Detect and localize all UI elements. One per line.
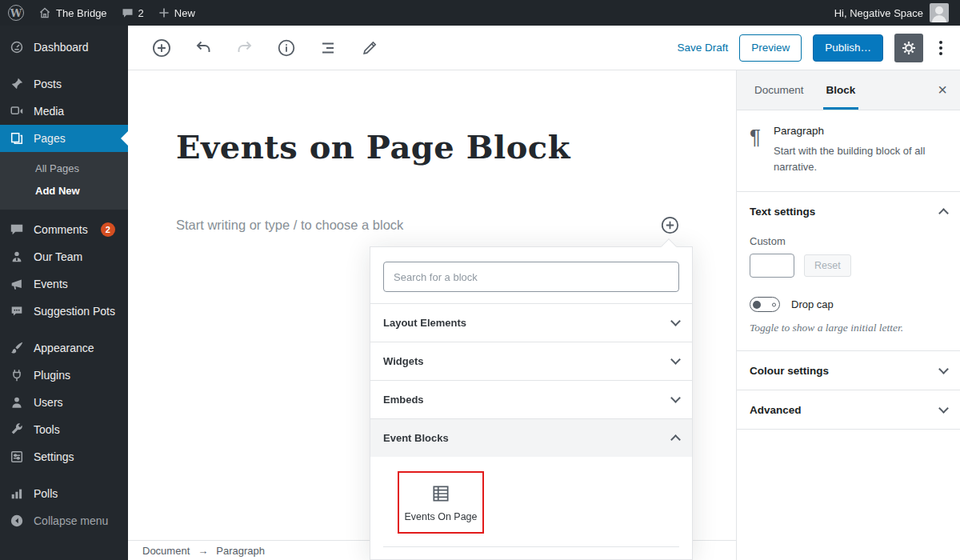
advanced-header[interactable]: Advanced bbox=[737, 390, 960, 429]
editor-toolbar: Save Draft Preview Publish… bbox=[128, 26, 960, 70]
drop-cap-label: Drop cap bbox=[791, 298, 834, 310]
bar-chart-icon bbox=[8, 486, 26, 501]
breadcrumb-document[interactable]: Document bbox=[142, 545, 190, 557]
close-icon[interactable]: × bbox=[925, 81, 960, 99]
content-structure-button[interactable] bbox=[272, 34, 301, 62]
inline-add-block-button[interactable] bbox=[660, 215, 680, 235]
breadcrumb-arrow-icon: → bbox=[198, 545, 208, 557]
text-settings-header[interactable]: Text settings bbox=[737, 192, 960, 230]
sidebar-item-label: Plugins bbox=[34, 369, 70, 382]
sidebar-item-comments[interactable]: Comments 2 bbox=[0, 216, 128, 243]
new-label: New bbox=[174, 7, 195, 19]
sidebar-item-dashboard[interactable]: Dashboard bbox=[0, 34, 128, 61]
publish-button[interactable]: Publish… bbox=[813, 34, 883, 62]
edit-pencil-button[interactable] bbox=[355, 34, 384, 62]
admin-bar-new[interactable]: New bbox=[158, 7, 195, 19]
sidebar-item-suggestion-pots[interactable]: Suggestion Pots bbox=[0, 298, 128, 325]
chevron-up-icon bbox=[938, 208, 949, 218]
user-icon bbox=[8, 395, 26, 410]
sidebar-item-label: Comments bbox=[34, 223, 88, 236]
chevron-up-icon bbox=[670, 434, 681, 445]
tab-block[interactable]: Block bbox=[815, 70, 867, 110]
colour-settings-panel: Colour settings bbox=[737, 351, 960, 390]
block-search-input[interactable] bbox=[383, 262, 679, 292]
custom-size-input[interactable] bbox=[750, 254, 794, 278]
more-options-button[interactable] bbox=[934, 36, 947, 60]
events-table-icon bbox=[430, 484, 451, 503]
sidebar-item-label: Tools bbox=[34, 423, 60, 436]
chevron-down-icon bbox=[938, 403, 949, 414]
user-greeting[interactable]: Hi, Negative Space bbox=[834, 7, 923, 19]
sidebar-item-label: Posts bbox=[34, 78, 62, 90]
comment-bubble-icon bbox=[122, 7, 134, 19]
text-settings-panel: Text settings Custom Reset Drop cap Togg… bbox=[737, 192, 960, 351]
category-event-blocks[interactable]: Event Blocks bbox=[370, 418, 692, 457]
media-icon bbox=[8, 104, 26, 118]
drop-cap-toggle[interactable] bbox=[750, 297, 780, 312]
sidebar-item-label: Suggestion Pots bbox=[34, 305, 115, 318]
add-block-button[interactable] bbox=[147, 34, 176, 62]
sidebar-item-label: Appearance bbox=[34, 342, 94, 354]
comments-icon bbox=[8, 222, 26, 237]
dashboard-icon bbox=[8, 40, 26, 54]
sidebar-item-posts[interactable]: Posts bbox=[0, 70, 128, 98]
save-draft-button[interactable]: Save Draft bbox=[677, 42, 728, 54]
sidebar-item-users[interactable]: Users bbox=[0, 389, 128, 416]
sidebar-item-pages[interactable]: Pages bbox=[0, 125, 128, 152]
sidebar-item-events[interactable]: Events bbox=[0, 270, 128, 298]
sidebar-item-label: Events bbox=[34, 278, 68, 290]
category-embeds[interactable]: Embeds bbox=[370, 380, 692, 418]
sidebar-item-label: Pages bbox=[34, 132, 66, 145]
reset-button[interactable]: Reset bbox=[804, 254, 851, 277]
category-widgets[interactable]: Widgets bbox=[370, 342, 692, 380]
undo-button[interactable] bbox=[189, 34, 218, 62]
admin-comments-count: 2 bbox=[138, 7, 144, 19]
tab-document[interactable]: Document bbox=[743, 70, 815, 110]
block-navigation-button[interactable] bbox=[314, 34, 342, 62]
chat-dots-icon bbox=[8, 304, 26, 318]
wordpress-logo-icon[interactable]: W bbox=[8, 5, 24, 21]
paragraph-placeholder[interactable]: Start writing or type / to choose a bloc… bbox=[176, 218, 403, 233]
admin-bar-comments[interactable]: 2 bbox=[122, 7, 144, 19]
preview-button[interactable]: Preview bbox=[739, 34, 802, 62]
pilcrow-icon: ¶ bbox=[750, 126, 761, 175]
breadcrumb-paragraph[interactable]: Paragraph bbox=[216, 545, 265, 557]
advanced-panel: Advanced bbox=[737, 390, 960, 430]
sidebar-item-appearance[interactable]: Appearance bbox=[0, 334, 128, 362]
sidebar-item-plugins[interactable]: Plugins bbox=[0, 362, 128, 389]
pages-submenu: All Pages Add New bbox=[0, 152, 128, 210]
post-title-input[interactable]: Events on Page Block bbox=[176, 128, 688, 166]
brush-icon bbox=[8, 341, 26, 355]
user-avatar[interactable] bbox=[930, 3, 949, 22]
sidebar-item-media[interactable]: Media bbox=[0, 98, 128, 125]
submenu-add-new[interactable]: Add New bbox=[0, 179, 128, 202]
pages-icon bbox=[8, 131, 26, 146]
redo-button[interactable] bbox=[230, 34, 259, 62]
block-type-description: Start with the building block of all nar… bbox=[774, 143, 926, 175]
sidebar-item-label: Users bbox=[34, 396, 63, 409]
sidebar-item-tools[interactable]: Tools bbox=[0, 416, 128, 443]
chevron-down-icon bbox=[670, 316, 681, 326]
site-name-label: The Bridge bbox=[56, 7, 107, 19]
admin-sidebar: Dashboard Posts Media Pages All Pages Ad… bbox=[0, 26, 128, 560]
admin-bar: W The Bridge 2 New Hi, Negative Space bbox=[0, 0, 960, 26]
chevron-down-icon bbox=[670, 393, 681, 403]
category-layout-elements[interactable]: Layout Elements bbox=[370, 303, 692, 342]
sidebar-item-label: Polls bbox=[34, 487, 58, 500]
site-name-link[interactable]: The Bridge bbox=[38, 6, 107, 19]
comments-count-badge: 2 bbox=[101, 222, 115, 237]
wrench-icon bbox=[8, 422, 26, 437]
pushpin-icon bbox=[8, 77, 26, 91]
settings-gear-button[interactable] bbox=[894, 34, 923, 62]
plus-icon bbox=[158, 7, 170, 18]
colour-settings-header[interactable]: Colour settings bbox=[737, 351, 960, 390]
sidebar-item-our-team[interactable]: Our Team bbox=[0, 243, 128, 270]
events-on-page-block[interactable]: Events On Page bbox=[398, 471, 484, 534]
block-inserter-popup: Layout Elements Widgets Embeds Event Blo… bbox=[370, 246, 693, 560]
settings-sliders-icon bbox=[8, 450, 26, 464]
team-member-icon bbox=[8, 250, 26, 264]
sidebar-item-collapse-menu[interactable]: Collapse menu bbox=[0, 507, 128, 534]
sidebar-item-settings[interactable]: Settings bbox=[0, 443, 128, 470]
sidebar-item-polls[interactable]: Polls bbox=[0, 480, 128, 507]
submenu-all-pages[interactable]: All Pages bbox=[0, 157, 128, 179]
